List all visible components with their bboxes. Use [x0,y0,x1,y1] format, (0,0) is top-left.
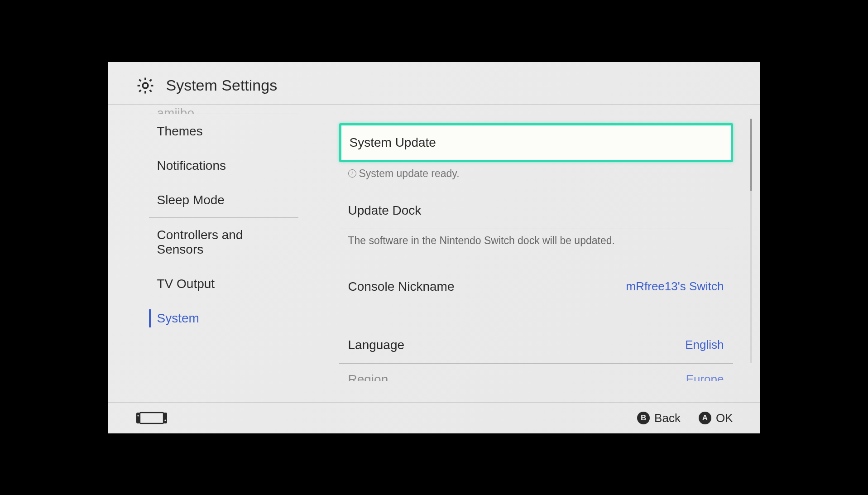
option-label: Region [348,372,388,381]
back-button[interactable]: B Back [637,411,681,425]
header: System Settings [108,62,760,105]
sidebar-item-system[interactable]: System [149,301,298,336]
svg-rect-2 [136,413,140,423]
ok-label: OK [716,411,733,425]
option-label: System Update [350,135,436,150]
option-update-dock[interactable]: Update Dock [339,192,733,229]
option-console-nickname[interactable]: Console Nickname mRfree13's Switch [339,269,733,305]
svg-rect-1 [140,413,163,423]
body: amiibo Themes Notifications Sleep Mode C… [108,105,760,399]
ok-button[interactable]: A OK [699,411,733,425]
svg-point-5 [164,419,166,421]
controller-icon [135,411,168,425]
sidebar-item-label: TV Output [157,277,215,291]
footer-buttons: B Back A OK [637,411,733,425]
option-label: Console Nickname [348,279,455,294]
option-value: Europe [686,372,724,381]
option-language[interactable]: Language English [339,327,733,364]
sidebar-item-label: Controllers and Sensors [157,228,243,256]
sidebar-item-sleep-mode[interactable]: Sleep Mode [149,183,298,217]
sidebar-item-amiibo[interactable]: amiibo [149,105,298,114]
system-update-caption: i System update ready. [339,162,733,192]
footer: B Back A OK [108,403,760,433]
sidebar-item-themes[interactable]: Themes [149,114,298,149]
option-system-update[interactable]: System Update [339,123,733,162]
info-icon: i [348,169,356,178]
svg-point-4 [137,415,139,416]
option-region[interactable]: Region Europe [339,364,733,381]
sidebar-item-label: System [157,311,199,325]
sidebar-item-label: Sleep Mode [157,193,225,207]
scrollbar[interactable] [750,119,752,363]
gear-icon [135,76,155,96]
sidebar-item-tv-output[interactable]: TV Output [149,267,298,301]
b-button-icon: B [637,412,650,424]
back-label: Back [654,411,681,425]
option-value: English [685,338,724,352]
a-button-icon: A [699,412,711,424]
sidebar-item-label: Themes [157,124,203,138]
svg-point-0 [143,83,148,88]
option-label: Update Dock [348,203,422,218]
scrollbar-thumb[interactable] [750,119,752,191]
option-label: Language [348,338,405,352]
main-panel: System Update i System update ready. Upd… [307,105,760,399]
update-dock-caption: The software in the Nintendo Switch dock… [339,229,733,269]
svg-rect-3 [163,413,167,423]
sidebar-item-label: Notifications [157,159,226,173]
option-value: mRfree13's Switch [626,279,724,293]
sidebar: amiibo Themes Notifications Sleep Mode C… [108,105,307,399]
settings-screen: System Settings amiibo Themes Notificati… [108,62,760,433]
page-title: System Settings [166,77,278,94]
sidebar-item-controllers-and-sensors[interactable]: Controllers and Sensors [149,218,298,267]
sidebar-item-notifications[interactable]: Notifications [149,149,298,183]
caption-text: System update ready. [359,168,460,180]
